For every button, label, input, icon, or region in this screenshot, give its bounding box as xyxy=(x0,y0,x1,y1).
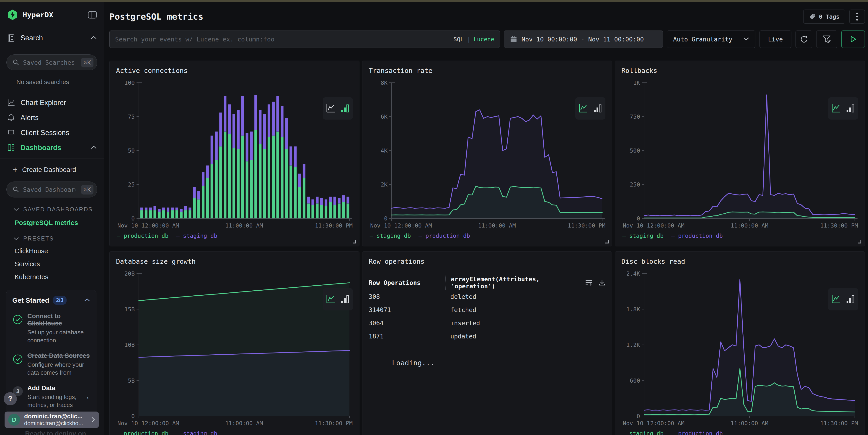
legend-item[interactable]: — production_db xyxy=(418,233,470,239)
lucene-mode-button[interactable]: Lucene xyxy=(474,36,494,42)
svg-text:11:00:00 AM: 11:00:00 AM xyxy=(478,222,516,229)
saved-dashboards-input[interactable] xyxy=(23,186,75,193)
chevron-down-icon xyxy=(13,208,19,211)
user-menu[interactable]: D dominic.tran@clic... dominic.tran@clic… xyxy=(5,411,99,428)
tags-button[interactable]: 0 Tags xyxy=(803,9,845,24)
tag-icon xyxy=(809,13,816,20)
chevron-up-icon[interactable] xyxy=(84,298,90,303)
granularity-select[interactable]: Auto Granularity xyxy=(667,31,755,48)
saved-searches-input[interactable] xyxy=(23,59,75,66)
search-icon xyxy=(12,186,20,193)
panel-resize-handle[interactable] xyxy=(858,240,861,243)
svg-text:2.4K: 2.4K xyxy=(626,270,640,277)
svg-text:0: 0 xyxy=(637,215,640,222)
date-range-picker[interactable]: Nov 10 00:00:00 - Nov 11 00:00:00 xyxy=(504,31,663,48)
sidebar-item-postgresql-metrics[interactable]: PostgreSQL metrics xyxy=(14,219,104,227)
rollbacks-chart[interactable]: 02505007501KNov 10 12:00:00 AM11:00:00 A… xyxy=(621,79,859,229)
sidebar: HyperDX Search ⌘K No saved searches xyxy=(0,2,104,435)
filter-button[interactable] xyxy=(816,31,837,48)
chart-line-icon xyxy=(7,98,16,107)
help-button[interactable]: ? xyxy=(4,392,17,405)
table-row[interactable]: 314071 fetched xyxy=(369,303,606,316)
table-row[interactable]: 1871 updated xyxy=(369,330,606,343)
line-chart-icon[interactable] xyxy=(326,294,336,304)
step-title: Add Data xyxy=(27,384,81,392)
svg-text:100: 100 xyxy=(124,79,135,86)
get-started-step-connect[interactable]: Connect to ClickHouse Set up your databa… xyxy=(12,312,90,344)
get-started-step-add-data[interactable]: 3 Add Data Start sending logs, metrics, … xyxy=(12,384,90,409)
create-dashboard-button[interactable]: + Create Dashboard xyxy=(13,163,104,176)
event-search-input[interactable] xyxy=(115,36,454,43)
legend-item[interactable]: — staging_db xyxy=(176,233,217,239)
bar-chart-icon[interactable] xyxy=(340,103,350,113)
table-row[interactable]: 308 deleted xyxy=(369,290,606,303)
event-search-box: SQL | Lucene xyxy=(110,31,500,48)
line-chart-icon[interactable] xyxy=(831,294,841,304)
bar-chart-icon[interactable] xyxy=(845,294,856,304)
svg-text:1.8K: 1.8K xyxy=(626,306,640,313)
refresh-button[interactable] xyxy=(796,31,812,48)
line-chart-icon[interactable] xyxy=(326,103,336,113)
line-chart-icon[interactable] xyxy=(578,103,588,113)
bar-chart-icon[interactable] xyxy=(845,103,856,113)
saved-dashboards-input-wrap: ⌘K xyxy=(6,181,97,197)
chart-title: Transaction rate xyxy=(369,67,606,74)
database-size-growth-chart[interactable]: 05B10B15B20BNov 10 12:00:00 AM11:00:00 A… xyxy=(116,270,353,427)
legend-item[interactable]: — staging_db xyxy=(622,430,663,435)
sidebar-item-clickhouse[interactable]: ClickHouse xyxy=(14,247,104,255)
svg-text:750: 750 xyxy=(630,113,640,120)
legend-item[interactable]: — production_db xyxy=(671,233,723,239)
wrap-lines-icon[interactable] xyxy=(585,279,593,286)
transaction-rate-chart[interactable]: 02K4K6K8KNov 10 12:00:00 AM11:00:00 AM11… xyxy=(369,79,606,229)
live-button[interactable]: Live xyxy=(760,31,792,48)
sidebar-item-dashboards[interactable]: Dashboards xyxy=(0,140,104,155)
sidebar-item-client-sessions[interactable]: Client Sessions xyxy=(0,125,104,140)
svg-text:5B: 5B xyxy=(128,377,135,384)
sidebar-collapse-icon[interactable] xyxy=(88,11,97,19)
svg-text:6K: 6K xyxy=(381,113,388,120)
legend-item[interactable]: — staging_db xyxy=(176,430,217,435)
date-range-value: Nov 10 00:00:00 - Nov 11 00:00:00 xyxy=(522,36,644,43)
svg-text:20B: 20B xyxy=(124,270,135,277)
dashboards-grid-icon xyxy=(7,143,16,152)
legend-item[interactable]: — production_db xyxy=(671,430,723,435)
brand-name: HyperDX xyxy=(23,11,53,19)
get-started-step-sources[interactable]: Create Data Sources Configure where your… xyxy=(12,352,90,377)
sidebar-item-kubernetes[interactable]: Kubernetes xyxy=(14,273,104,281)
legend-item[interactable]: — staging_db xyxy=(370,233,411,239)
sidebar-item-chart-explorer[interactable]: Chart Explorer xyxy=(0,95,104,110)
search-icon xyxy=(12,59,20,66)
table-row[interactable]: 3064 inserted xyxy=(369,316,606,330)
bar-chart-icon[interactable] xyxy=(593,103,603,113)
legend-item[interactable]: — staging_db xyxy=(622,233,663,239)
sql-mode-button[interactable]: SQL xyxy=(454,36,464,42)
column-header[interactable]: Row Operations xyxy=(369,279,451,286)
legend-item[interactable]: — production_db xyxy=(117,233,168,239)
download-icon[interactable] xyxy=(598,279,606,286)
chart-legend: — staging_db— production_db xyxy=(370,233,606,239)
active-connections-chart[interactable]: 0255075100Nov 10 12:00:00 AM11:00:00 AM1… xyxy=(116,79,353,229)
sidebar-item-search[interactable]: Search xyxy=(0,34,104,49)
chevron-up-icon xyxy=(91,145,97,150)
saved-dashboards-section-toggle[interactable]: SAVED DASHBOARDS xyxy=(13,206,104,213)
chart-legend: — production_db— staging_db xyxy=(117,233,353,239)
legend-item[interactable]: — production_db xyxy=(117,430,168,435)
sidebar-item-label: Dashboards xyxy=(21,144,61,152)
run-query-button[interactable] xyxy=(841,31,865,48)
panel-resize-handle[interactable] xyxy=(605,240,609,243)
column-header[interactable]: arrayElement(Attributes, 'operation') xyxy=(445,275,585,290)
chart-type-toggle xyxy=(575,97,606,120)
chart-title: Rollbacks xyxy=(621,67,858,74)
sidebar-item-alerts[interactable]: Alerts xyxy=(0,110,104,125)
disc-blocks-read-chart[interactable]: 06001.2K1.8K2.4KNov 10 12:00:00 AM11:00:… xyxy=(621,270,859,427)
svg-text:Nov 10 12:00:00 AM: Nov 10 12:00:00 AM xyxy=(623,222,684,229)
cell-operation: inserted xyxy=(451,320,606,327)
panel-menu-button[interactable] xyxy=(849,9,865,24)
bar-chart-icon[interactable] xyxy=(340,294,350,304)
svg-text:4K: 4K xyxy=(381,147,388,154)
laptop-icon xyxy=(7,129,16,137)
sidebar-item-services[interactable]: Services xyxy=(14,260,104,268)
panel-resize-handle[interactable] xyxy=(352,240,356,243)
presets-section-toggle[interactable]: PRESETS xyxy=(13,235,104,242)
line-chart-icon[interactable] xyxy=(831,103,841,113)
